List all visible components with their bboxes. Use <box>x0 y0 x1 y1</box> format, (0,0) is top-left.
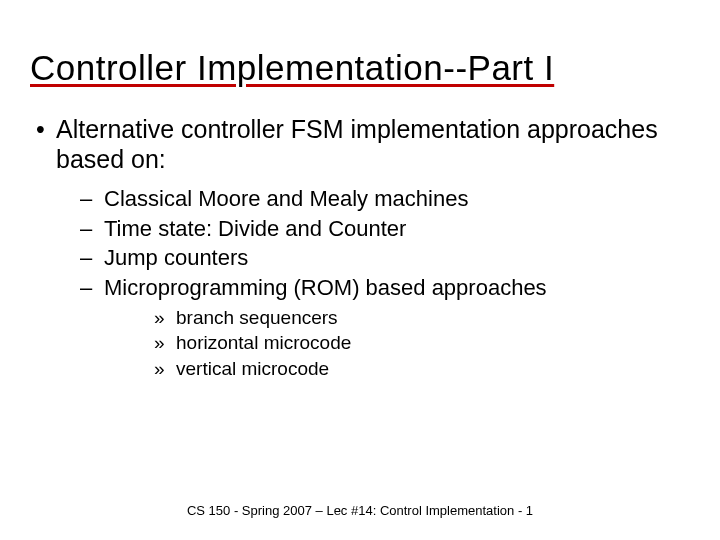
bullet-text: horizontal microcode <box>176 332 351 353</box>
slide-title: Controller Implementation--Part I <box>30 48 690 88</box>
bullet-list-level2: Classical Moore and Mealy machines Time … <box>56 184 690 382</box>
list-item: branch sequencers <box>104 305 690 331</box>
bullet-text: Microprogramming (ROM) based approaches <box>104 275 547 300</box>
bullet-text: Time state: Divide and Counter <box>104 216 406 241</box>
bullet-list-level1: Alternative controller FSM implementatio… <box>30 114 690 382</box>
list-item: horizontal microcode <box>104 330 690 356</box>
bullet-list-level3: branch sequencers horizontal microcode v… <box>104 305 690 382</box>
list-item: Time state: Divide and Counter <box>56 214 690 244</box>
list-item: Microprogramming (ROM) based approaches … <box>56 273 690 382</box>
list-item: Alternative controller FSM implementatio… <box>30 114 690 382</box>
list-item: vertical microcode <box>104 356 690 382</box>
bullet-text: Classical Moore and Mealy machines <box>104 186 468 211</box>
bullet-text: branch sequencers <box>176 307 338 328</box>
bullet-text: Jump counters <box>104 245 248 270</box>
list-item: Classical Moore and Mealy machines <box>56 184 690 214</box>
bullet-text: Alternative controller FSM implementatio… <box>56 115 658 173</box>
slide-footer: CS 150 - Spring 2007 – Lec #14: Control … <box>0 503 720 518</box>
list-item: Jump counters <box>56 243 690 273</box>
bullet-text: vertical microcode <box>176 358 329 379</box>
slide: Controller Implementation--Part I Altern… <box>0 0 720 540</box>
